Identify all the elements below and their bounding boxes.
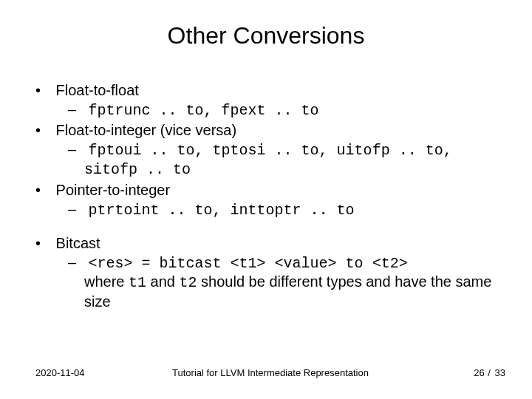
sub-list: fptoui .. to, tptosi .. to, uitofp .. to… <box>52 140 497 180</box>
code-inline-t2: t2 <box>180 274 197 291</box>
bullet-text: Bitcast <box>56 235 100 251</box>
bullet-float-to-float: Float-to-float fptrunc .. to, fpext .. t… <box>35 81 497 120</box>
sub-list: <res> = bitcast <t1> <value> to <t2> whe… <box>52 253 497 312</box>
bullet-list-2: Bitcast <res> = bitcast <t1> <value> to … <box>35 234 497 311</box>
code-text: fptrunc .. to, fpext .. to <box>89 102 319 119</box>
code-text: <res> = bitcast <t1> <value> to <t2> <box>89 255 408 272</box>
bullet-list: Float-to-float fptrunc .. to, fpext .. t… <box>35 81 497 219</box>
bullet-float-to-integer: Float-to-integer (vice versa) fptoui .. … <box>35 121 497 180</box>
bullet-pointer-to-integer: Pointer-to-integer ptrtoint .. to, intto… <box>35 181 497 219</box>
sub-bullet: fptoui .. to, tptosi .. to, uitofp .. to… <box>68 140 497 180</box>
bullet-bitcast: Bitcast <res> = bitcast <t1> <value> to … <box>35 234 497 311</box>
code-inline-t1: t1 <box>129 274 146 291</box>
sub-bullet: fptrunc .. to, fpext .. to <box>68 100 497 120</box>
slide-footer: 2020-11-04 Tutorial for LLVM Intermediat… <box>35 367 505 378</box>
slide-body: Float-to-float fptrunc .. to, fpext .. t… <box>35 81 497 313</box>
bullet-text: Float-to-float <box>56 82 139 98</box>
slide-title: Other Conversions <box>0 22 532 50</box>
code-text: fptoui .. to, tptosi .. to, uitofp .. to… <box>84 142 452 179</box>
slide: Other Conversions Float-to-float fptrunc… <box>0 0 532 399</box>
desc-text: where <box>84 273 129 290</box>
spacer <box>35 221 497 234</box>
sub-bullet: ptrtoint .. to, inttoptr .. to <box>68 200 497 220</box>
bullet-text: Float-to-integer (vice versa) <box>56 122 237 138</box>
sub-bullet-bitcast: <res> = bitcast <t1> <value> to <t2> whe… <box>68 253 497 312</box>
desc-text: and <box>146 273 179 290</box>
code-text: ptrtoint .. to, inttoptr .. to <box>89 202 355 219</box>
sub-list: fptrunc .. to, fpext .. to <box>52 100 497 120</box>
bullet-text: Pointer-to-integer <box>56 182 171 198</box>
sub-list: ptrtoint .. to, inttoptr .. to <box>52 200 497 220</box>
footer-title: Tutorial for LLVM Intermediate Represent… <box>35 367 505 378</box>
